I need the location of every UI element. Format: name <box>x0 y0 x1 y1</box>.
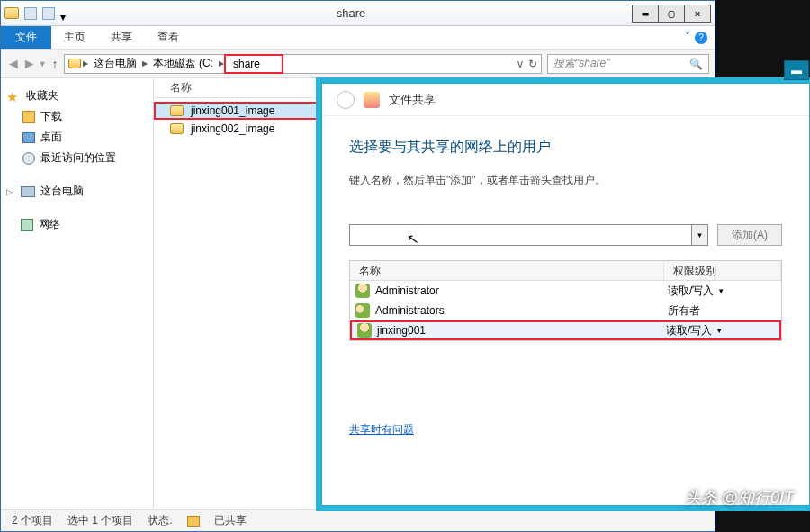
add-button[interactable]: 添加(A) <box>717 224 782 246</box>
sidebar-item-desktop[interactable]: 桌面 <box>4 127 149 148</box>
search-input[interactable]: 搜索"share" 🔍 <box>547 54 709 74</box>
ribbon-tabs: 文件 主页 共享 查看 ˇ ? <box>1 26 715 50</box>
titlebar[interactable]: ▾ share ▬ ▢ ✕ <box>1 1 715 26</box>
close-button[interactable]: ✕ <box>684 5 711 23</box>
watermark: 头条 @知行0IT <box>685 487 794 509</box>
address-folder-icon <box>68 59 81 68</box>
tab-share[interactable]: 共享 <box>98 26 145 49</box>
dialog-title: 文件共享 <box>389 92 436 108</box>
search-icon[interactable]: 🔍 <box>689 58 703 70</box>
tab-file[interactable]: 文件 <box>1 26 51 49</box>
desktop-icon <box>22 132 35 143</box>
table-header: 名称 权限级别 <box>350 261 781 281</box>
dialog-hint: 键入名称，然后单击"添加"，或者单击箭头查找用户。 <box>349 173 782 188</box>
dialog-header[interactable]: 文件共享 <box>322 84 809 116</box>
nav-arrows: ◄ ► ▼ <box>6 56 47 72</box>
sidebar-item-recent[interactable]: 最近访问的位置 <box>4 148 149 168</box>
share-dialog: ▬ 文件共享 选择要与其共享的网络上的用户 键入名称，然后单击"添加"，或者单击… <box>321 83 810 506</box>
sharing-problem-link[interactable]: 共享时有问题 <box>349 422 414 437</box>
dialog-minimize-button[interactable]: ▬ <box>784 60 809 80</box>
download-icon <box>22 111 35 123</box>
address-bar[interactable]: ▶ 这台电脑 ▶ 本地磁盘 (C: ▶ share v ↻ <box>64 54 542 74</box>
recent-icon <box>22 152 35 165</box>
window-title: share <box>69 6 633 20</box>
refresh-icon[interactable]: ↻ <box>528 58 537 70</box>
table-row[interactable]: jinxing001 读取/写入▼ <box>350 320 781 340</box>
dialog-heading: 选择要与其共享的网络上的用户 <box>349 138 782 157</box>
nav-history-dropdown-icon[interactable]: ▼ <box>39 59 47 68</box>
perm-dropdown-icon[interactable]: ▼ <box>717 287 724 295</box>
help-icon[interactable]: ? <box>695 32 707 44</box>
ribbon-expand-icon[interactable]: ˇ <box>686 32 689 44</box>
tab-home[interactable]: 主页 <box>51 26 98 49</box>
address-dropdown-icon[interactable]: v <box>518 58 523 70</box>
star-icon: ★ <box>6 89 21 104</box>
window-controls: ▬ ▢ ✕ <box>633 5 711 23</box>
network-icon <box>21 219 33 231</box>
permissions-table: 名称 权限级别 Administrator 读取/写入▼ Administrat… <box>349 260 782 341</box>
user-icon <box>357 323 372 338</box>
tab-view[interactable]: 查看 <box>145 26 192 49</box>
table-row[interactable]: Administrators 所有者 <box>350 301 781 320</box>
qat-dropdown-icon[interactable]: ▾ <box>60 11 69 16</box>
sidebar-item-downloads[interactable]: 下载 <box>4 106 149 127</box>
sidebar: ★ 收藏夹 下载 桌面 最近访问的位置 ▷ <box>1 78 154 509</box>
crumb-pc[interactable]: 这台电脑 <box>90 56 140 71</box>
shared-icon <box>187 516 200 527</box>
ribbon-right: ˇ ? <box>679 26 715 49</box>
maximize-button[interactable]: ▢ <box>658 5 685 23</box>
status-state: 已共享 <box>214 513 247 528</box>
people-icon <box>364 92 380 108</box>
perm-dropdown-icon[interactable]: ▼ <box>716 327 723 335</box>
qat-icon-2[interactable] <box>42 7 55 20</box>
dialog-body: 选择要与其共享的网络上的用户 键入名称，然后单击"添加"，或者单击箭头查找用户。… <box>322 116 809 446</box>
status-state-label: 状态: <box>148 513 172 528</box>
user-name-input[interactable]: ▼ <box>349 224 708 246</box>
status-item-count: 2 个项目 <box>12 513 53 528</box>
qat-icon-1[interactable] <box>24 7 37 20</box>
table-row[interactable]: Administrator 读取/写入▼ <box>350 281 781 301</box>
minimize-button[interactable]: ▬ <box>632 5 659 23</box>
group-icon <box>356 303 370 318</box>
sidebar-this-pc[interactable]: ▷ 这台电脑 <box>4 181 149 202</box>
dialog-back-icon[interactable] <box>337 91 355 109</box>
status-selected: 选中 1 个项目 <box>68 513 133 528</box>
sidebar-favorites[interactable]: ★ 收藏夹 <box>4 86 149 106</box>
tree-collapse-icon[interactable]: ▷ <box>6 187 15 196</box>
th-name[interactable]: 名称 <box>350 261 664 280</box>
folder-icon <box>170 123 184 134</box>
crumb-sep-icon[interactable]: ▶ <box>142 59 148 68</box>
crumb-disk[interactable]: 本地磁盘 (C: <box>149 56 217 71</box>
crumb-share[interactable]: share <box>224 54 284 74</box>
nav-forward-icon[interactable]: ► <box>22 56 37 72</box>
user-dropdown-icon[interactable]: ▼ <box>691 225 707 245</box>
pc-icon <box>21 186 35 197</box>
user-icon <box>356 284 370 298</box>
nav-up-icon[interactable]: ↑ <box>52 57 58 71</box>
status-bar: 2 个项目 选中 1 个项目 状态: 已共享 <box>1 509 715 531</box>
address-controls: v ↻ <box>518 58 537 70</box>
crumb-sep-icon[interactable]: ▶ <box>83 59 88 68</box>
search-placeholder: 搜索"share" <box>554 56 610 71</box>
nav-bar: ◄ ► ▼ ↑ ▶ 这台电脑 ▶ 本地磁盘 (C: ▶ share v ↻ 搜索… <box>1 50 715 78</box>
sidebar-network[interactable]: ▷ 网络 <box>4 214 149 235</box>
th-permission[interactable]: 权限级别 <box>664 261 781 280</box>
folder-icon <box>170 105 184 116</box>
folder-icon <box>4 7 19 19</box>
titlebar-quickaccess: ▾ <box>4 7 69 20</box>
nav-back-icon[interactable]: ◄ <box>6 56 21 72</box>
